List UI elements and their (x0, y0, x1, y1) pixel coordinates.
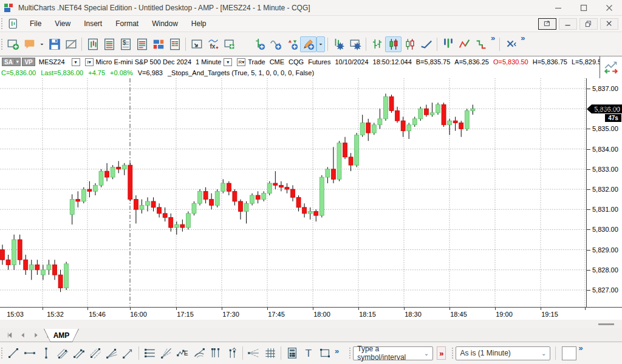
format-studies-button[interactable] (330, 36, 347, 52)
cutoff-toolbar-field[interactable] (562, 346, 576, 360)
bar-countdown-badge: 47s (605, 114, 621, 122)
symbol-interval-combobox[interactable]: Type a symbol/interval ⌄ (353, 346, 433, 360)
add-plugin-window-button[interactable] (221, 36, 238, 52)
quote-field: 18:50:12.044 (373, 58, 412, 66)
calculator-tool[interactable] (284, 345, 300, 361)
style-step-button[interactable] (473, 36, 489, 52)
mdi-minimize-button[interactable] (559, 18, 577, 30)
tab-prev-button[interactable] (16, 329, 29, 340)
send-to-window-button[interactable] (188, 36, 205, 52)
insert-drawing-button[interactable] (300, 36, 316, 52)
quote-manager-button[interactable] (101, 36, 117, 52)
chart-canvas[interactable] (0, 78, 587, 307)
market-quotes-button[interactable]: $ (117, 36, 134, 52)
scrollbar-thumb[interactable] (598, 323, 614, 325)
trend-channel-tool[interactable] (70, 345, 87, 361)
rectangle-tool[interactable] (316, 345, 333, 361)
menubar-grip[interactable] (1, 18, 2, 29)
close-button[interactable] (596, 0, 622, 15)
menu-view[interactable]: View (48, 17, 77, 30)
minimize-button[interactable] (545, 0, 571, 15)
interval-dropdown[interactable]: ▾ (224, 58, 232, 66)
gann-grid-tool[interactable] (262, 345, 278, 361)
insert-symbol-button[interactable] (251, 36, 267, 52)
price-axis-header[interactable] (600, 56, 622, 78)
pitchfork-tool[interactable] (245, 345, 262, 361)
toolbar-overflow-chevron-2[interactable]: » (519, 33, 527, 42)
gann-line-tool[interactable] (120, 345, 136, 361)
order-report-button[interactable] (134, 36, 150, 52)
tab-next-button[interactable] (29, 329, 43, 340)
title-bar[interactable]: MultiCharts .NET64 Special Edition - Unt… (0, 0, 622, 16)
style-zigzag-button[interactable] (456, 36, 473, 52)
rect-tool-icon (318, 346, 332, 360)
fib-fan-tool[interactable] (158, 345, 174, 361)
cycle-lines-tool[interactable] (224, 345, 240, 361)
price-axis[interactable]: 5,836.00 47s 5,837.005,836.005,835.005,8… (587, 78, 622, 307)
time-axis[interactable]: 15:0315:3215:4616:0017:1517:3017:4518:00… (0, 307, 622, 320)
save-desktop-button[interactable] (46, 36, 63, 52)
insert-drawing-dropdown[interactable] (316, 36, 325, 52)
style-ohlc-button[interactable] (369, 36, 385, 52)
new-window-button[interactable] (5, 36, 21, 52)
mdi-restore-button[interactable] (579, 18, 598, 30)
fib-arcs-tool[interactable] (191, 345, 207, 361)
indicator-status-line[interactable]: C=5,836.00Last=5,836.00+4.75+0.08%V=6,98… (0, 67, 600, 78)
drawing-overflow-chevron[interactable]: » (333, 346, 341, 356)
insert-signal-button[interactable] (284, 36, 300, 52)
menu-window[interactable]: Window (145, 17, 185, 30)
fib-timezones-tool[interactable] (207, 345, 224, 361)
quote-status-line[interactable]: SA▾VPMESZ24▾I▾Micro E-mini S&P 500 Dec 2… (0, 56, 600, 67)
toolbar-grip[interactable] (1, 39, 2, 50)
style-line-button[interactable] (418, 36, 434, 52)
format-window-button[interactable] (347, 36, 363, 52)
trendline-tool[interactable] (5, 345, 21, 361)
speed-lines-tool[interactable] (103, 345, 120, 361)
menu-insert[interactable]: Insert (77, 17, 109, 30)
bottom-overflow-chevron[interactable]: » (576, 343, 584, 352)
symbol-dropdown[interactable]: ▾ (72, 58, 80, 66)
volume-profile-badge[interactable]: VP (22, 58, 35, 66)
menu-format[interactable]: Format (109, 17, 145, 30)
insert-study-button[interactable] (267, 36, 284, 52)
instrument-info-dropdown[interactable]: I▾ (85, 58, 94, 66)
style-hollow-candle-button[interactable] (402, 36, 418, 52)
menu-file[interactable]: File (23, 17, 48, 30)
parallel-lines-tool[interactable] (54, 345, 70, 361)
discard-window-button[interactable] (63, 36, 79, 52)
pointer-crosshair-button[interactable] (502, 36, 519, 52)
drawing-tools: ET» (5, 345, 341, 361)
resolution-combo-grip[interactable] (452, 348, 453, 359)
formula-editor-button[interactable]: fx (205, 36, 221, 52)
drawing-toolbar-grip[interactable] (1, 348, 2, 359)
minimize-icon (555, 4, 562, 12)
resolution-combobox[interactable]: As is (1 Minute) ⌄ (456, 346, 550, 360)
tab-first-button[interactable] (2, 329, 16, 340)
notes-button[interactable] (21, 36, 38, 52)
session-dropdown[interactable]: R▾ (237, 58, 245, 66)
menu-help[interactable]: Help (185, 17, 213, 30)
style-candlestick-button[interactable] (385, 36, 402, 52)
new-chart-window-button[interactable] (84, 36, 101, 52)
toolbar-overflow-chevron[interactable]: » (489, 33, 497, 42)
horizontal-line-tool[interactable] (21, 345, 38, 361)
vertical-line-tool[interactable] (38, 345, 54, 361)
tiled-workspace-button[interactable] (150, 36, 166, 52)
candle-body (99, 171, 103, 185)
candle-body (29, 265, 33, 270)
symbol-combo-grip[interactable] (349, 348, 350, 359)
symbol-bar-overflow-chevron[interactable]: » (437, 346, 446, 360)
fib-retracement-tool[interactable] (142, 345, 158, 361)
notes-dropdown[interactable] (38, 36, 46, 52)
market-scanner-button[interactable] (166, 36, 183, 52)
study-alerts-badge[interactable]: SA▾ (2, 58, 21, 66)
maximize-button[interactable] (571, 0, 596, 15)
horizontal-scrollbar[interactable] (0, 320, 622, 328)
text-tool[interactable]: T (300, 345, 316, 361)
regression-channel-tool[interactable] (87, 345, 103, 361)
style-histogram-button[interactable] (440, 36, 456, 52)
mdi-detach-button[interactable] (538, 18, 556, 30)
mdi-close-button[interactable] (600, 18, 618, 30)
window-title: MultiCharts .NET64 Special Edition - Unt… (18, 4, 310, 12)
elliott-wave-tool[interactable]: E (174, 345, 191, 361)
